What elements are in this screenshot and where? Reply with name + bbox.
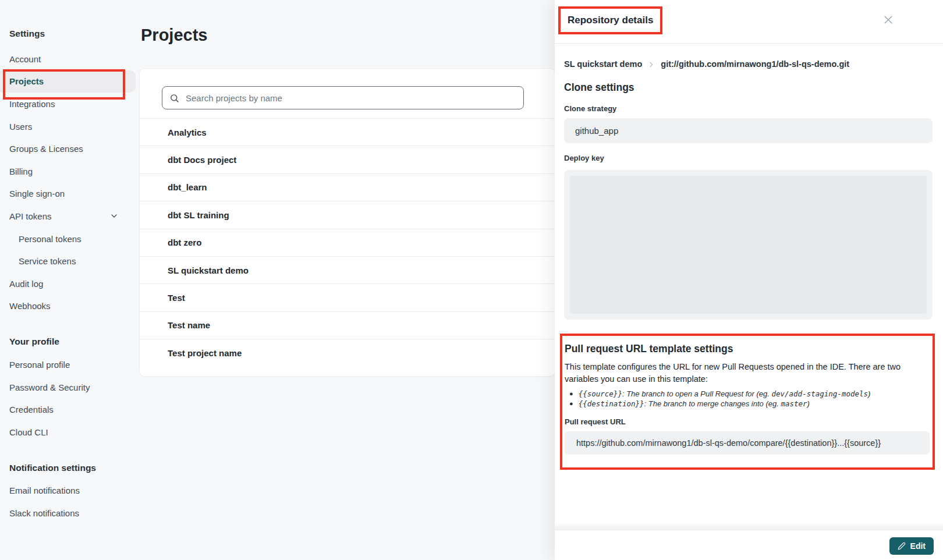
pull-request-heading: Pull request URL template settings <box>565 343 930 355</box>
project-row[interactable]: Test <box>140 283 555 311</box>
sidebar-item-personal-profile[interactable]: Personal profile <box>0 353 140 376</box>
pull-request-url-field: https://github.com/mirnawong1/db-sl-qs-d… <box>565 431 930 455</box>
clone-strategy-label: Clone strategy <box>564 104 933 113</box>
sidebar-item-password-security[interactable]: Password & Security <box>0 376 140 399</box>
sidebar-item-webhooks[interactable]: Webhooks <box>0 295 140 318</box>
breadcrumb-repo-url: git://github.com/mirnawong1/db-sl-qs-dem… <box>661 59 849 69</box>
sidebar-section-your-profile: Your profile <box>0 336 140 348</box>
project-row[interactable]: SL quickstart demo <box>140 256 555 283</box>
pull-request-description: This template configures the URL for new… <box>565 361 930 385</box>
sidebar-item-credentials[interactable]: Credentials <box>0 398 140 421</box>
sidebar-item-email-notifications[interactable]: Email notifications <box>0 480 140 502</box>
sidebar-item-integrations[interactable]: Integrations <box>0 93 140 115</box>
deploy-key-label: Deploy key <box>564 154 933 162</box>
sidebar-item-audit-log[interactable]: Audit log <box>0 272 140 295</box>
page-title: Projects <box>141 26 207 45</box>
sidebar-item-projects[interactable]: Projects <box>0 70 136 93</box>
sidebar-item-api-tokens[interactable]: API tokens <box>0 205 140 228</box>
search-input[interactable] <box>162 86 524 109</box>
sidebar-item-groups-licenses[interactable]: Groups & Licenses <box>0 137 140 160</box>
sidebar-item-personal-tokens[interactable]: Personal tokens <box>0 228 140 250</box>
sidebar-item-billing[interactable]: Billing <box>0 160 140 183</box>
sidebar-section-settings: Settings <box>0 28 140 40</box>
bullet-dot: ● <box>569 400 573 407</box>
project-row[interactable]: dbt Docs project <box>140 146 555 173</box>
list-item: ●{{destination}}: The branch to merge ch… <box>565 399 930 409</box>
sidebar-item-account[interactable]: Account <box>0 48 140 70</box>
project-row[interactable]: dbt zero <box>140 229 555 256</box>
settings-sidebar: Settings Account Projects Integrations U… <box>0 0 140 560</box>
sidebar-item-users[interactable]: Users <box>0 115 140 138</box>
sidebar-item-single-sign-on[interactable]: Single sign-on <box>0 183 140 205</box>
breadcrumb-project-name: SL quickstart demo <box>564 59 642 69</box>
repository-details-panel: Repository details SL quickstart demo gi… <box>555 0 943 560</box>
edit-button[interactable]: Edit <box>889 537 934 555</box>
deploy-key-field <box>564 170 933 320</box>
project-row[interactable]: Test name <box>140 311 555 339</box>
project-row[interactable]: Analytics <box>140 118 555 146</box>
chevron-right-icon <box>647 61 655 69</box>
search-icon <box>169 93 179 105</box>
panel-title: Repository details <box>568 15 653 26</box>
sidebar-item-service-tokens[interactable]: Service tokens <box>0 250 140 272</box>
project-list: Analytics dbt Docs project dbt_learn dbt… <box>140 118 555 367</box>
sidebar-item-slack-notifications[interactable]: Slack notifications <box>0 502 140 524</box>
footer-scroll-shadow <box>555 522 943 530</box>
bullet-dot: ● <box>569 390 573 397</box>
breadcrumb: SL quickstart demo git://github.com/mirn… <box>564 59 933 69</box>
project-row[interactable]: dbt SL training <box>140 201 555 228</box>
project-row[interactable]: dbt_learn <box>140 173 555 201</box>
clone-settings-heading: Clone settings <box>564 81 933 94</box>
annotation-box-pull-request-settings: Pull request URL template settings This … <box>560 334 935 470</box>
panel-header: Repository details <box>555 0 943 44</box>
project-search <box>162 86 531 109</box>
projects-card: Analytics dbt Docs project dbt_learn dbt… <box>140 69 555 376</box>
pencil-icon <box>898 542 906 550</box>
sidebar-section-notification-settings: Notification settings <box>0 462 140 474</box>
deploy-key-redacted-value <box>570 176 927 314</box>
list-item: ●{{source}}: The branch to open a Pull R… <box>565 389 930 399</box>
annotation-box-repository-details: Repository details <box>558 6 662 34</box>
close-icon[interactable] <box>882 14 894 26</box>
chevron-down-icon <box>109 211 119 222</box>
panel-footer: Edit <box>555 530 943 560</box>
pull-request-variable-list: ●{{source}}: The branch to open a Pull R… <box>565 389 930 409</box>
sidebar-item-cloud-cli[interactable]: Cloud CLI <box>0 421 140 444</box>
clone-strategy-field: github_app <box>564 118 933 143</box>
pull-request-url-label: Pull request URL <box>565 417 930 426</box>
panel-body: SL quickstart demo git://github.com/mirn… <box>555 59 943 470</box>
project-row[interactable]: Test project name <box>140 339 555 366</box>
